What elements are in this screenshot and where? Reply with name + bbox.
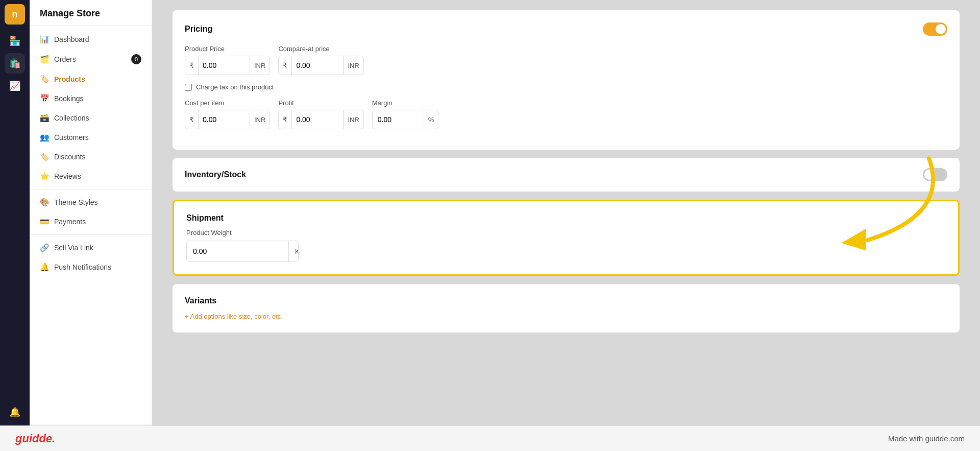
sidebar-label-theme-styles: Theme Styles [54, 198, 98, 206]
compare-price-group: Compare-at price ₹ INR [278, 45, 363, 75]
shipment-title: Shipment [186, 213, 224, 222]
cost-per-item-input-wrapper: ₹ INR [185, 110, 270, 129]
cost-symbol: ₹ [185, 110, 199, 129]
product-price-group: Product Price ₹ INR [185, 45, 270, 75]
sidebar-label-collections: Collections [54, 114, 89, 122]
push-notif-icon: 🔔 [40, 263, 49, 272]
sidebar-label-dashboard: Dashboard [54, 35, 89, 43]
inventory-section: Inventory/Stock [173, 158, 960, 192]
compare-price-currency: INR [343, 56, 363, 75]
inventory-title: Inventory/Stock [185, 170, 246, 179]
margin-group: Margin % [372, 99, 439, 129]
sidebar-label-bookings: Bookings [54, 94, 84, 103]
product-weight-unit: KG [288, 241, 299, 262]
product-price-symbol: ₹ [185, 56, 199, 75]
sidebar-item-payments[interactable]: 💳 Payments [30, 212, 152, 231]
sidebar-label-customers: Customers [54, 133, 89, 141]
collections-icon: 🗃️ [40, 113, 49, 123]
bookings-icon: 📅 [40, 94, 49, 103]
compare-price-input-wrapper: ₹ INR [278, 56, 363, 75]
footer-made-with: Made with guidde.com [888, 434, 965, 443]
products-icon: 🏷️ [40, 75, 49, 84]
reviews-icon: ⭐ [40, 172, 49, 181]
customers-icon: 👥 [40, 133, 49, 142]
variants-section: Variants + Add options like size, color,… [173, 284, 960, 333]
margin-label: Margin [372, 99, 439, 107]
shipment-weight-group: Product Weight KG [186, 229, 946, 262]
add-option-link[interactable]: + Add options like size, color, etc. [185, 313, 947, 320]
theme-styles-icon: 🎨 [40, 198, 49, 207]
product-weight-input-wrapper: KG [186, 241, 299, 262]
pricing-title: Pricing [185, 25, 212, 34]
profit-group: Profit ₹ INR [278, 99, 363, 129]
charge-tax-row: Charge tax on this product [185, 83, 947, 91]
price-row-2: Cost per item ₹ INR Profit ₹ INR Margin [185, 99, 947, 129]
guidde-logo: guidde. [15, 432, 55, 445]
profit-input[interactable] [292, 115, 343, 124]
sidebar-item-discounts[interactable]: 🏷️ Discounts [30, 147, 152, 167]
add-option-label: + Add options like size, color, etc. [185, 313, 283, 320]
inventory-toggle[interactable] [923, 168, 947, 181]
margin-unit: % [424, 110, 438, 129]
profit-currency: INR [343, 110, 363, 129]
sidebar-label-reviews: Reviews [54, 172, 81, 180]
rail-icon-analytics[interactable]: 📈 [5, 76, 25, 96]
orders-badge: 0 [131, 54, 141, 64]
product-weight-label: Product Weight [186, 229, 946, 236]
sidebar-item-push-notifications[interactable]: 🔔 Push Notifications [30, 257, 152, 277]
price-row-1: Product Price ₹ INR Compare-at price ₹ I… [185, 45, 947, 75]
sidebar-item-customers[interactable]: 👥 Customers [30, 128, 152, 147]
product-price-currency: INR [250, 56, 270, 75]
sidebar-item-orders[interactable]: 🗂️ Orders 0 [30, 49, 152, 69]
charge-tax-checkbox[interactable] [185, 84, 192, 91]
pricing-section: Pricing Product Price ₹ INR Compare-at p… [173, 10, 960, 150]
sidebar-label-payments: Payments [54, 218, 86, 226]
compare-price-label: Compare-at price [278, 45, 363, 53]
profit-label: Profit [278, 99, 363, 107]
orders-icon: 🗂️ [40, 55, 49, 64]
margin-input[interactable] [373, 115, 424, 124]
payments-icon: 💳 [40, 217, 49, 226]
cost-per-item-group: Cost per item ₹ INR [185, 99, 270, 129]
sidebar-label-products: Products [54, 75, 85, 83]
main-content: Pricing Product Price ₹ INR Compare-at p… [152, 0, 980, 451]
cost-currency: INR [250, 110, 270, 129]
variants-title: Variants [185, 296, 216, 305]
rail-icon-bell[interactable]: 🔔 [5, 402, 25, 422]
pricing-toggle[interactable] [923, 22, 947, 36]
profit-input-wrapper: ₹ INR [278, 110, 363, 129]
sidebar-item-theme-styles[interactable]: 🎨 Theme Styles [30, 193, 152, 212]
product-weight-input[interactable] [187, 247, 288, 255]
sidebar-item-sell-via-link[interactable]: 🔗 Sell Via Link [30, 238, 152, 257]
sell-link-icon: 🔗 [40, 243, 49, 252]
rail-icon-store[interactable]: 🏪 [5, 31, 25, 51]
shipment-section: Shipment Product Weight KG [173, 200, 960, 276]
margin-input-wrapper: % [372, 110, 439, 129]
pricing-header: Pricing [185, 22, 947, 36]
icon-rail: n 🏪 🛍️ 📈 🔔 ⚙️ [0, 0, 30, 451]
sidebar-label-push-notifications: Push Notifications [54, 263, 111, 271]
product-price-input-wrapper: ₹ INR [185, 56, 270, 75]
cost-per-item-input[interactable] [199, 115, 250, 124]
cost-per-item-label: Cost per item [185, 99, 270, 107]
product-price-label: Product Price [185, 45, 270, 53]
sidebar-item-bookings[interactable]: 📅 Bookings [30, 89, 152, 108]
sidebar-label-sell-via-link: Sell Via Link [54, 244, 93, 252]
sidebar-item-products[interactable]: 🏷️ Products [30, 69, 152, 89]
sidebar-nav: 📊 Dashboard 🗂️ Orders 0 🏷️ Products 📅 Bo… [30, 26, 152, 416]
sidebar-label-orders: Orders [54, 55, 76, 63]
sidebar-item-collections[interactable]: 🗃️ Collections [30, 108, 152, 128]
charge-tax-label: Charge tax on this product [196, 83, 274, 91]
product-price-input[interactable] [199, 61, 250, 69]
compare-price-input[interactable] [292, 61, 343, 69]
discounts-icon: 🏷️ [40, 152, 49, 161]
sidebar-label-discounts: Discounts [54, 153, 85, 161]
app-logo[interactable]: n [5, 4, 25, 25]
footer: guidde. Made with guidde.com [0, 425, 980, 451]
sidebar-item-reviews[interactable]: ⭐ Reviews [30, 167, 152, 186]
sidebar-title: Manage Store [30, 0, 152, 26]
profit-symbol: ₹ [279, 110, 292, 129]
dashboard-icon: 📊 [40, 35, 49, 44]
rail-icon-shop[interactable]: 🛍️ [5, 53, 25, 74]
sidebar-item-dashboard[interactable]: 📊 Dashboard [30, 30, 152, 49]
